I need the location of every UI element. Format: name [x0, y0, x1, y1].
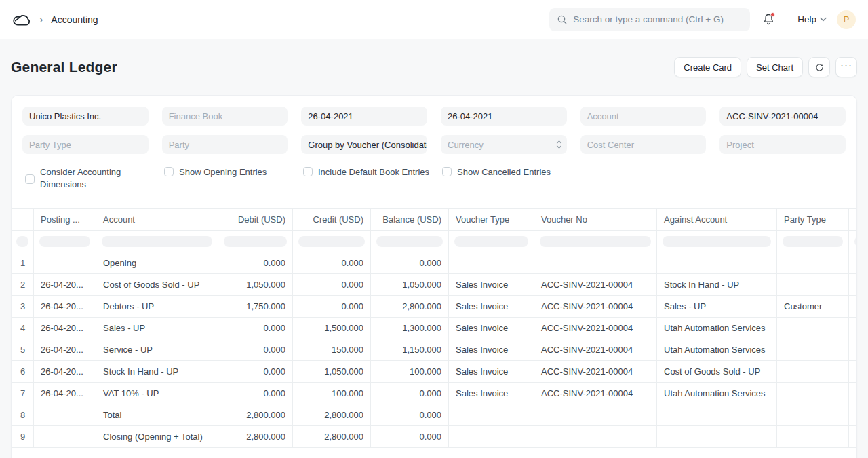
create-card-button[interactable]: Create Card	[674, 57, 741, 77]
cell-account[interactable]: Cost of Goods Sold - UP	[96, 274, 218, 296]
cell-party-type[interactable]: Customer	[777, 296, 849, 318]
cell-against-account[interactable]: Utah Automation Services	[657, 383, 777, 404]
column-filter-input[interactable]	[39, 236, 90, 247]
cell-against-account[interactable]	[657, 404, 777, 426]
cell-credit[interactable]: 100.000	[293, 383, 371, 404]
cell-party[interactable]	[849, 361, 857, 383]
global-search[interactable]	[549, 8, 750, 31]
project-filter[interactable]: Project	[719, 135, 846, 154]
cell-voucher-no[interactable]: ACC-SINV-2021-00004	[534, 339, 657, 361]
cell-balance[interactable]: 1,300.000	[371, 318, 449, 339]
cell-debit[interactable]: 0.000	[218, 339, 293, 361]
cell-account[interactable]: Closing (Opening + Total)	[96, 426, 218, 448]
menu-button[interactable]: ···	[835, 57, 857, 77]
cell-account[interactable]: Total	[96, 404, 218, 426]
refresh-button[interactable]	[808, 57, 830, 77]
currency-filter[interactable]: Currency	[441, 135, 567, 154]
col-header-posting-date[interactable]: Posting ...	[34, 209, 96, 231]
cell-party-type[interactable]	[777, 426, 849, 448]
cell-posting-date[interactable]	[34, 404, 96, 426]
cell-voucher-type[interactable]: Sales Invoice	[449, 274, 534, 296]
column-filter-input[interactable]	[663, 236, 771, 247]
cell-posting-date[interactable]: 26-04-20...	[34, 274, 96, 296]
check-consider-accounting-dimensions[interactable]: Consider Accounting Dimensions	[25, 166, 164, 191]
cell-account[interactable]: Service - UP	[96, 339, 218, 361]
checkbox-icon[interactable]	[442, 167, 452, 176]
cell-against-account[interactable]: Utah Automation Services	[657, 318, 777, 339]
voucher-no-filter[interactable]: ACC-SINV-2021-00004	[719, 107, 846, 126]
cell-party[interactable]	[849, 383, 857, 404]
check-show-cancelled-entries[interactable]: Show Cancelled Entries	[442, 166, 581, 191]
to-date-filter[interactable]: 26-04-2021	[441, 107, 567, 126]
finance-book-filter[interactable]: Finance Book	[162, 107, 288, 126]
cell-debit[interactable]: 0.000	[218, 383, 293, 404]
cell-party-type[interactable]	[777, 404, 849, 426]
cell-posting-date[interactable]: 26-04-20...	[34, 296, 96, 318]
column-filter-input[interactable]	[540, 236, 651, 247]
cell-party[interactable]	[849, 274, 857, 296]
cell-credit[interactable]: 2,800.000	[293, 426, 371, 448]
cell-party[interactable]: Utah Automation Services	[849, 296, 857, 318]
col-header-balance[interactable]: Balance (USD)	[371, 209, 449, 231]
cell-posting-date[interactable]	[34, 426, 96, 448]
column-filter-input[interactable]	[102, 236, 212, 247]
cell-voucher-no[interactable]: ACC-SINV-2021-00004	[534, 296, 657, 318]
app-logo-icon[interactable]	[12, 12, 31, 28]
set-chart-button[interactable]: Set Chart	[747, 57, 803, 77]
cell-credit[interactable]: 0.000	[293, 252, 371, 274]
cell-voucher-type[interactable]: Sales Invoice	[449, 361, 534, 383]
cell-account[interactable]: Sales - UP	[96, 318, 218, 339]
cell-account[interactable]: Debtors - UP	[96, 296, 218, 318]
cell-against-account[interactable]: Cost of Goods Sold - UP	[657, 361, 777, 383]
cell-voucher-type[interactable]: Sales Invoice	[449, 296, 534, 318]
cell-against-account[interactable]: Utah Automation Services	[657, 339, 777, 361]
cell-credit[interactable]: 0.000	[293, 274, 371, 296]
cell-voucher-no[interactable]: ACC-SINV-2021-00004	[534, 274, 657, 296]
cell-credit[interactable]: 1,500.000	[293, 318, 371, 339]
help-menu[interactable]: Help	[797, 14, 827, 24]
checkbox-icon[interactable]	[25, 174, 35, 184]
cell-party[interactable]	[849, 404, 857, 426]
column-filter-input[interactable]	[783, 236, 843, 247]
cell-party-type[interactable]	[777, 383, 849, 404]
cell-posting-date[interactable]: 26-04-20...	[34, 383, 96, 404]
cell-balance[interactable]: 0.000	[371, 426, 449, 448]
col-header-debit[interactable]: Debit (USD)	[218, 209, 293, 231]
cell-account[interactable]: Opening	[96, 252, 218, 274]
cell-voucher-type[interactable]	[449, 426, 534, 448]
cell-debit[interactable]: 1,050.000	[218, 274, 293, 296]
cell-balance[interactable]: 0.000	[371, 383, 449, 404]
column-filter-input[interactable]	[854, 236, 856, 247]
col-header-account[interactable]: Account	[96, 209, 218, 231]
cell-against-account[interactable]: Sales - UP	[657, 296, 777, 318]
cell-debit[interactable]: 1,750.000	[218, 296, 293, 318]
col-header-credit[interactable]: Credit (USD)	[293, 209, 371, 231]
cell-credit[interactable]: 150.000	[293, 339, 371, 361]
column-filter-input[interactable]	[224, 236, 287, 247]
party-type-filter[interactable]: Party Type	[22, 135, 149, 154]
breadcrumb[interactable]: Accounting	[51, 14, 98, 25]
cell-account[interactable]: VAT 10% - UP	[96, 383, 218, 404]
cell-posting-date[interactable]: 26-04-20...	[34, 339, 96, 361]
cell-voucher-type[interactable]	[449, 404, 534, 426]
cost-center-filter[interactable]: Cost Center	[580, 135, 707, 154]
column-filter-input[interactable]	[376, 236, 443, 247]
cell-balance[interactable]: 1,050.000	[371, 274, 449, 296]
cell-balance[interactable]: 2,800.000	[371, 296, 449, 318]
cell-posting-date[interactable]: 26-04-20...	[34, 318, 96, 339]
checkbox-icon[interactable]	[303, 167, 313, 176]
cell-voucher-type[interactable]: Sales Invoice	[449, 318, 534, 339]
cell-balance[interactable]: 1,150.000	[371, 339, 449, 361]
cell-party[interactable]	[849, 318, 857, 339]
cell-against-account[interactable]	[657, 426, 777, 448]
col-header-party[interactable]: Party	[849, 209, 857, 231]
notifications-button[interactable]	[760, 12, 776, 28]
cell-balance[interactable]: 0.000	[371, 252, 449, 274]
cell-party[interactable]	[849, 339, 857, 361]
cell-party-type[interactable]	[777, 361, 849, 383]
cell-balance[interactable]: 100.000	[371, 361, 449, 383]
party-filter[interactable]: Party	[162, 135, 288, 154]
cell-voucher-type[interactable]: Sales Invoice	[449, 383, 534, 404]
col-header-voucher-type[interactable]: Voucher Type	[449, 209, 534, 231]
column-filter-input[interactable]	[16, 236, 28, 247]
